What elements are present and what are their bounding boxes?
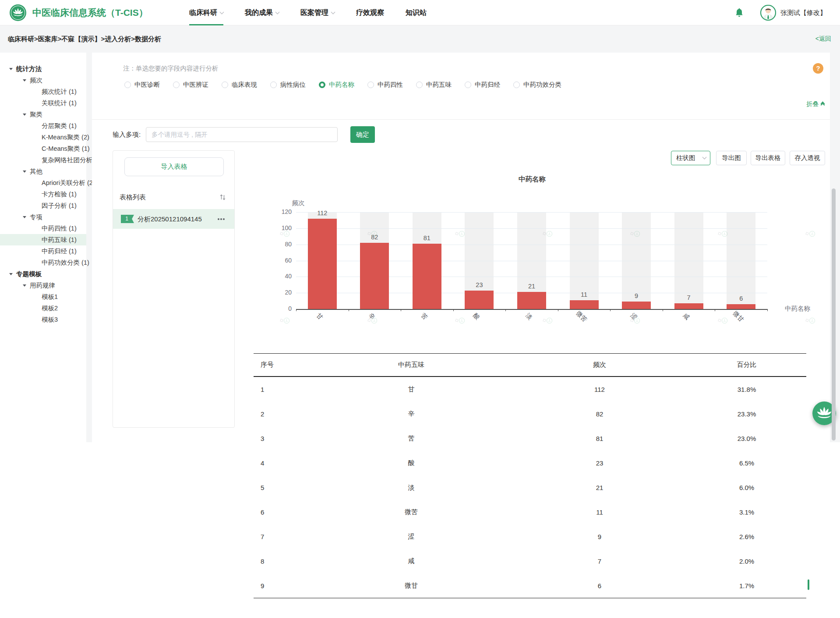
bar-value-label: 81 — [424, 234, 431, 242]
sidebar-item[interactable]: Apriori关联分析 (2) — [0, 177, 86, 188]
sidebar-item[interactable]: 其他 — [0, 166, 86, 177]
axis-tick — [610, 309, 611, 311]
sidebar-item[interactable]: 卡方检验 (1) — [0, 188, 86, 200]
x-tick-label: 甘 — [314, 312, 325, 322]
bar — [674, 303, 703, 309]
app-logo-icon — [10, 4, 26, 21]
caret-down-icon — [23, 170, 26, 173]
sidebar-item-label: 因子分析 (1) — [42, 202, 77, 210]
nav-item-3[interactable]: 医案管理 — [300, 0, 335, 25]
sidebar-item[interactable]: K-Means聚类 (2) — [0, 131, 86, 143]
y-tick-label: 120 — [274, 208, 292, 215]
sidebar-item[interactable]: 专题模板 — [0, 268, 86, 280]
app-title: 中医临床信息系统（T-CIS） — [32, 0, 148, 25]
sidebar-item[interactable]: 中药功效分类 (1) — [0, 257, 86, 268]
sidebar-item[interactable]: 专项 — [0, 211, 86, 223]
scrollbar[interactable] — [832, 188, 836, 440]
table-cell: 苦 — [311, 434, 512, 443]
caret-down-icon — [23, 79, 26, 82]
sidebar-item[interactable]: 因子分析 (1) — [0, 200, 86, 211]
sidebar-item[interactable]: 用药规律 — [0, 280, 86, 291]
sidebar-item[interactable]: 统计方法 — [0, 63, 86, 75]
sidebar-item[interactable]: 聚类 — [0, 109, 86, 120]
table-row: 8咸72.0% — [254, 549, 806, 573]
table-row: 6微苦113.1% — [254, 500, 806, 524]
sidebar-item-label: 聚类 — [30, 110, 42, 119]
table-cell: 3 — [254, 435, 311, 442]
sidebar-item-label: 其他 — [30, 167, 42, 176]
sidebar-item[interactable]: 频次 — [0, 75, 86, 86]
avatar[interactable] — [760, 5, 776, 21]
axis-tick — [296, 309, 296, 311]
table-cell: 31.8% — [687, 386, 806, 393]
table-cell: 微甘 — [311, 582, 512, 590]
x-tick-label: 淡 — [524, 312, 534, 322]
table-cell: 81 — [512, 435, 687, 442]
table-row: 4酸236.5% — [254, 451, 806, 475]
caret-down-icon — [23, 284, 26, 287]
edge-widget[interactable] — [808, 579, 809, 590]
main-panel: 注：单选您要的字段内容进行分析 中医诊断中医辨证临床表现病性病位中药名称中药四性… — [92, 53, 830, 618]
bar — [727, 304, 755, 309]
sidebar-item-label: 专项 — [30, 213, 42, 221]
caret-down-icon — [9, 68, 13, 70]
sidebar-item-label: 专题模板 — [16, 270, 42, 278]
axis-tick — [349, 309, 349, 311]
sidebar-item-label: 卡方检验 (1) — [42, 190, 77, 199]
sidebar-item[interactable]: 中药四性 (1) — [0, 223, 86, 234]
notification-bell-icon[interactable] — [735, 8, 744, 18]
table-header-row: 序号中药五味频次百分比 — [254, 353, 806, 377]
sidebar-item[interactable]: C-Means聚类 (1) — [0, 143, 86, 154]
watermark-icon — [809, 231, 815, 236]
sidebar-item-label: 中药四性 (1) — [42, 224, 77, 233]
nav-item-4[interactable]: 疗效观察 — [356, 0, 384, 25]
table-cell: 23.3% — [687, 410, 806, 418]
sidebar-item[interactable]: 频次统计 (1) — [0, 86, 86, 97]
table-header-cell: 百分比 — [687, 361, 806, 369]
sidebar-item[interactable]: 模板2 — [0, 302, 86, 314]
nav-item-label: 临床科研 — [189, 8, 217, 18]
table-cell: 23.0% — [687, 435, 806, 442]
sidebar-item[interactable]: 关联统计 (1) — [0, 97, 86, 109]
sidebar-item[interactable]: 复杂网络社团分析 (1) — [0, 154, 86, 166]
axis-tick — [505, 309, 506, 311]
bar — [360, 243, 389, 309]
bar — [413, 244, 441, 309]
sidebar-item[interactable]: 中药五味 (1) — [0, 234, 86, 245]
sidebar-item[interactable]: 中药归经 (1) — [0, 245, 86, 257]
bar-value-label: 7 — [687, 294, 691, 301]
table-cell: 23 — [512, 459, 687, 467]
page: 中医临床信息系统（T-CIS） 临床科研我的成果医案管理疗效观察知识站 — [0, 0, 840, 618]
table-row: 2辛8223.3% — [254, 401, 806, 426]
sidebar-item-label: 用药规律 — [30, 281, 55, 290]
grid-line — [296, 228, 767, 229]
sidebar-item[interactable]: 模板3 — [0, 314, 86, 325]
table-cell: 2 — [254, 410, 311, 418]
back-link[interactable]: <返回 — [815, 35, 831, 43]
nav-item-1[interactable]: 临床科研 — [189, 0, 223, 25]
sidebar-item-label: 模板2 — [42, 304, 58, 313]
table-cell: 82 — [512, 410, 687, 418]
sidebar-item-label: C-Means聚类 (1) — [42, 145, 90, 153]
x-tick-label: 苦 — [419, 312, 429, 322]
sidebar-item-label: 统计方法 — [16, 65, 42, 73]
sidebar-item-label: 中药归经 (1) — [42, 247, 77, 256]
bar-value-label: 11 — [581, 291, 587, 298]
sidebar-item[interactable]: 模板1 — [0, 291, 86, 302]
sidebar-item[interactable]: 分层聚类 (1) — [0, 120, 86, 131]
table-cell: 1.7% — [687, 582, 806, 590]
user-name[interactable]: 张测试【修改】 — [780, 0, 826, 25]
nav-item-2[interactable]: 我的成果 — [245, 0, 279, 25]
table-cell: 辛 — [311, 410, 512, 418]
axis-tick — [663, 309, 663, 311]
watermark-icon — [284, 231, 289, 236]
table-cell: 微苦 — [311, 508, 512, 516]
nav-item-label: 知识站 — [406, 8, 427, 18]
table-cell: 4 — [254, 459, 311, 467]
bar-value-label: 6 — [739, 295, 743, 302]
nav-item-5[interactable]: 知识站 — [406, 0, 427, 25]
bar-value-label: 112 — [317, 210, 327, 217]
table-cell: 1 — [254, 386, 311, 393]
watermark-icon — [634, 231, 640, 236]
table-cell: 酸 — [311, 459, 512, 467]
